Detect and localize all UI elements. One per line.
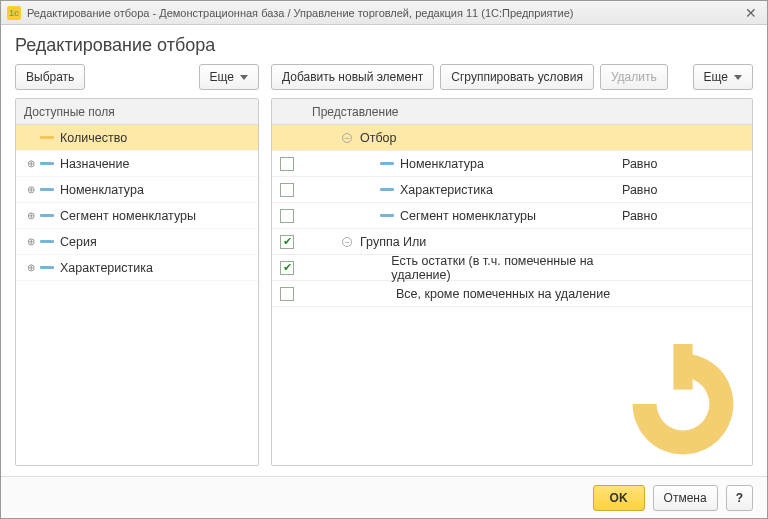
checkbox[interactable] <box>280 209 294 223</box>
right-toolbar: Добавить новый элемент Сгруппировать усл… <box>271 64 753 90</box>
left-toolbar: Выбрать Еще <box>15 64 259 90</box>
expander-icon[interactable]: ⊕ <box>24 236 38 247</box>
close-icon[interactable]: ✕ <box>741 5 761 21</box>
titlebar-text: Редактирование отбора - Демонстрационная… <box>27 7 573 19</box>
field-icon <box>40 214 54 217</box>
field-icon <box>40 188 54 191</box>
filter-label: Группа Или <box>360 235 426 249</box>
filter-label: Есть остатки (в т.ч. помеченные на удале… <box>391 254 622 282</box>
filter-panel: Представление − Отбор Номенклатура Равно <box>271 98 753 466</box>
field-row[interactable]: ⊕ Сегмент номенклатуры <box>16 203 258 229</box>
filter-row[interactable]: Номенклатура Равно <box>272 151 752 177</box>
available-fields-tree: Количество ⊕ Назначение ⊕ Номенклатура ⊕… <box>16 125 258 465</box>
app-icon: 1c <box>7 6 21 20</box>
checkbox[interactable] <box>280 183 294 197</box>
filter-grid: − Отбор Номенклатура Равно Характеристик… <box>272 125 752 465</box>
titlebar: 1c Редактирование отбора - Демонстрацион… <box>1 1 767 25</box>
add-element-button[interactable]: Добавить новый элемент <box>271 64 434 90</box>
filter-row-root[interactable]: − Отбор <box>272 125 752 151</box>
checkbox[interactable] <box>280 157 294 171</box>
field-label: Серия <box>60 235 97 249</box>
field-icon <box>380 188 394 191</box>
page-title: Редактирование отбора <box>15 35 753 56</box>
select-button[interactable]: Выбрать <box>15 64 85 90</box>
expander-icon[interactable]: ⊕ <box>24 158 38 169</box>
expander-icon[interactable]: ⊕ <box>24 210 38 221</box>
filter-row[interactable]: Сегмент номенклатуры Равно <box>272 203 752 229</box>
field-row[interactable]: ⊕ Назначение <box>16 151 258 177</box>
field-row[interactable]: ⊕ Номенклатура <box>16 177 258 203</box>
checkbox[interactable] <box>280 287 294 301</box>
field-label: Количество <box>60 131 127 145</box>
toolbar: Выбрать Еще Добавить новый элемент Сгруп… <box>1 64 767 98</box>
available-fields-header: Доступные поля <box>16 99 258 125</box>
collapse-icon[interactable]: − <box>342 237 352 247</box>
footer: OK Отмена ? <box>1 476 767 518</box>
field-icon <box>40 266 54 269</box>
expander-icon[interactable]: ⊕ <box>24 184 38 195</box>
page-header: Редактирование отбора <box>1 25 767 64</box>
more-left-button[interactable]: Еще <box>199 64 259 90</box>
field-row[interactable]: ⊕ Серия <box>16 229 258 255</box>
filter-row[interactable]: Характеристика Равно <box>272 177 752 203</box>
checkbox[interactable]: ✔ <box>280 261 294 275</box>
ok-button[interactable]: OK <box>593 485 645 511</box>
body: Доступные поля Количество ⊕ Назначение ⊕… <box>1 98 767 476</box>
field-row[interactable]: Количество <box>16 125 258 151</box>
collapse-icon[interactable]: − <box>342 133 352 143</box>
cancel-button[interactable]: Отмена <box>653 485 718 511</box>
field-icon <box>380 162 394 165</box>
comparison: Равно <box>622 183 752 197</box>
filter-row[interactable]: ✔ Есть остатки (в т.ч. помеченные на уда… <box>272 255 752 281</box>
window: { "titlebar": { "text": "Редактирование … <box>0 0 768 519</box>
field-row[interactable]: ⊕ Характеристика <box>16 255 258 281</box>
field-icon <box>40 136 54 139</box>
comparison: Равно <box>622 209 752 223</box>
field-icon <box>380 214 394 217</box>
checkbox[interactable]: ✔ <box>280 235 294 249</box>
filter-row[interactable]: Все, кроме помеченных на удаление <box>272 281 752 307</box>
comparison: Равно <box>622 157 752 171</box>
more-right-button[interactable]: Еще <box>693 64 753 90</box>
available-fields-panel: Доступные поля Количество ⊕ Назначение ⊕… <box>15 98 259 466</box>
field-label: Номенклатура <box>60 183 144 197</box>
filter-row-group[interactable]: ✔ − Группа Или <box>272 229 752 255</box>
filter-label: Характеристика <box>400 183 493 197</box>
field-icon <box>40 162 54 165</box>
field-icon <box>40 240 54 243</box>
filter-label: Все, кроме помеченных на удаление <box>396 287 610 301</box>
filter-label: Сегмент номенклатуры <box>400 209 536 223</box>
group-conditions-button[interactable]: Сгруппировать условия <box>440 64 594 90</box>
field-label: Назначение <box>60 157 129 171</box>
filter-label: Отбор <box>360 131 397 145</box>
help-button[interactable]: ? <box>726 485 753 511</box>
filter-header: Представление <box>272 99 752 125</box>
field-label: Сегмент номенклатуры <box>60 209 196 223</box>
filter-label: Номенклатура <box>400 157 484 171</box>
expander-icon[interactable]: ⊕ <box>24 262 38 273</box>
delete-button[interactable]: Удалить <box>600 64 668 90</box>
field-label: Характеристика <box>60 261 153 275</box>
